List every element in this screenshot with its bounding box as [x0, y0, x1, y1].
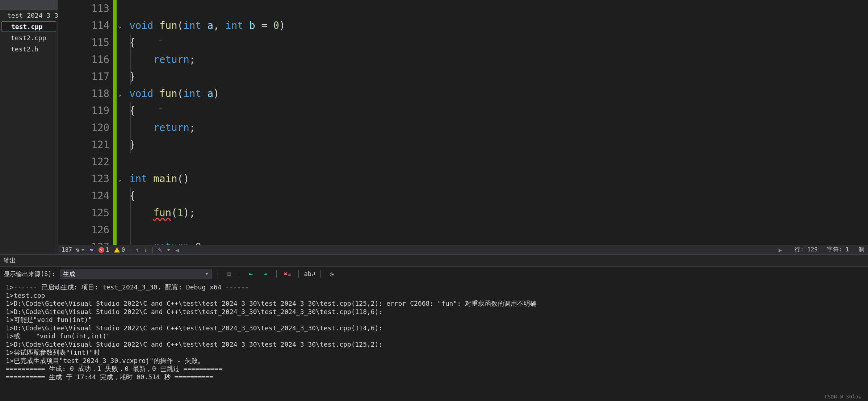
tab-indicator: 制 [859, 246, 864, 254]
sidebar-file-test2-h[interactable]: test2.h [0, 43, 58, 55]
line-number: 117 [86, 68, 109, 85]
editor-wrap: 1131141151161171181191201211221231241251… [58, 0, 868, 254]
code-line[interactable]: { [117, 34, 868, 51]
line-number: 114 [86, 17, 109, 34]
fold-icon[interactable]: ⌄ [117, 22, 123, 29]
code-line[interactable]: return; [117, 119, 868, 136]
code-line[interactable]: ⌄ int main() [117, 170, 868, 187]
separator [320, 270, 321, 278]
clear-all-icon[interactable]: ✖≡ [282, 270, 293, 278]
code-editor[interactable]: 1131141151161171181191201211221231241251… [58, 0, 868, 245]
error-icon: ✕ [98, 247, 104, 253]
change-indicator [113, 0, 117, 245]
next-message-icon[interactable]: ⇥ [260, 270, 271, 278]
output-title: 输出 [0, 255, 868, 267]
code-line[interactable]: { [117, 102, 868, 119]
code-line[interactable]: ⌄ void fun…(int a, int b = 0) [117, 17, 868, 34]
code-line[interactable]: return 0; [117, 238, 868, 245]
chevron-down-icon [205, 273, 209, 275]
line-number: 121 [86, 136, 109, 153]
prev-message-icon[interactable]: ⇤ [246, 270, 256, 278]
error-count[interactable]: ✕ 1 [98, 246, 109, 253]
code-line[interactable]: } [117, 68, 868, 85]
line-number: 127 [86, 238, 109, 245]
warning-icon [114, 247, 120, 252]
sidebar-file-test-cpp[interactable]: test.cpp [1, 21, 56, 32]
warning-count[interactable]: 0 [114, 246, 125, 253]
separator [298, 270, 299, 278]
code-line[interactable]: { [117, 187, 868, 204]
line-number: 116 [86, 51, 109, 68]
line-number: 125 [86, 204, 109, 221]
line-number: 124 [86, 187, 109, 204]
health-icon[interactable]: ❤ [90, 246, 93, 253]
separator [218, 270, 218, 278]
word-wrap-icon[interactable]: ab↲ [305, 270, 315, 278]
brush-icon[interactable]: ✎ [158, 246, 162, 254]
char-indicator: 字符: 1 [827, 246, 849, 254]
line-number: 115 [86, 34, 109, 51]
find-icon[interactable]: ▤ [224, 270, 234, 278]
line-numbers: 1131141151161171181191201211221231241251… [86, 0, 113, 245]
editor-status-bar: 187 % ❤ ✕ 1 0 ↑ ↓ ✎ [58, 245, 868, 254]
output-text[interactable]: 1>------ 已启动生成: 项目: test_2024_3_30, 配置: … [0, 281, 868, 401]
zoom-value: 187 % [62, 246, 79, 253]
line-indicator: 行: 129 [794, 246, 818, 254]
scroll-right-icon[interactable]: ▶ [779, 247, 785, 253]
sidebar-header [0, 0, 58, 10]
line-number: 126 [86, 221, 109, 238]
editor-gutter [58, 0, 86, 245]
fold-icon[interactable]: ⌄ [117, 175, 123, 182]
line-number: 120 [86, 119, 109, 136]
zoom-selector[interactable]: 187 % [62, 246, 85, 253]
solution-explorer: test_2024_3_30 test.cpp test2.cpp test2.… [0, 0, 58, 254]
watermark: CSDN @ SGlow. [825, 394, 864, 400]
separator [130, 247, 130, 253]
separator [240, 270, 240, 278]
nav-down-icon[interactable]: ↓ [144, 246, 148, 253]
nav-up-icon[interactable]: ↑ [135, 246, 139, 253]
line-number: 119 [86, 102, 109, 119]
code-line[interactable]: return; [117, 51, 868, 68]
code-line[interactable]: fun(1); [117, 204, 868, 221]
sidebar-file-test2-cpp[interactable]: test2.cpp [0, 32, 58, 43]
code-line[interactable]: ⌄ void fun…(int a) [117, 85, 868, 102]
code-line[interactable]: } [117, 136, 868, 153]
scroll-left-icon[interactable]: ◀ [176, 247, 182, 253]
line-number: 122 [86, 153, 109, 170]
chevron-down-icon [81, 249, 85, 251]
code-content[interactable]: ⌄ void fun…(int a, int b = 0) { return; … [117, 0, 868, 245]
timestamp-icon[interactable]: ◷ [327, 270, 337, 278]
line-number: 113 [86, 0, 109, 17]
code-line[interactable] [117, 0, 868, 17]
separator [152, 247, 153, 253]
output-toolbar: 显示输出来源(S): 生成 ▤ ⇤ ⇥ ✖≡ ab↲ ◷ [0, 267, 868, 281]
code-line[interactable] [117, 153, 868, 170]
line-number: 118 [86, 85, 109, 102]
line-number: 123 [86, 170, 109, 187]
sidebar-folder[interactable]: test_2024_3_30 [0, 10, 58, 21]
separator [276, 270, 277, 278]
code-line[interactable] [117, 221, 868, 238]
fold-icon[interactable]: ⌄ [117, 90, 123, 97]
chevron-down-icon[interactable] [167, 249, 171, 251]
output-source-select[interactable]: 生成 [60, 269, 212, 279]
output-source-label: 显示输出来源(S): [4, 270, 55, 278]
output-panel: 输出 显示输出来源(S): 生成 ▤ ⇤ ⇥ ✖≡ ab↲ ◷ 1>------… [0, 254, 868, 401]
